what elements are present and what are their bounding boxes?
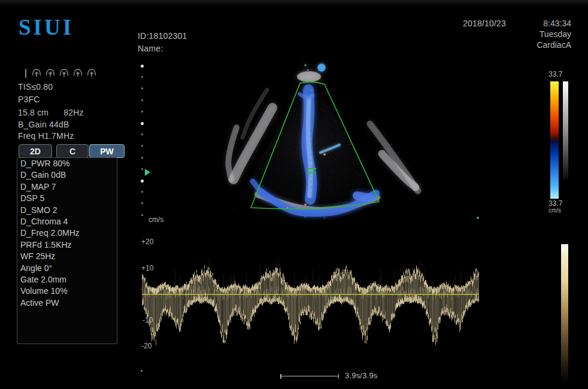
time-scale-bar bbox=[280, 376, 339, 376]
ruler-dot bbox=[141, 122, 144, 125]
ruler-dot bbox=[141, 87, 143, 89]
spectral-doppler-display bbox=[142, 238, 483, 361]
param-item[interactable]: D_MAP 7 bbox=[17, 181, 117, 193]
color-scale-min: 33.7 bbox=[548, 199, 562, 208]
depth-ruler bbox=[140, 62, 145, 218]
divider bbox=[25, 69, 26, 78]
clock-block: 8:43:34 Tuesday CardiacA bbox=[537, 18, 571, 50]
ruler-dot bbox=[141, 180, 144, 183]
tab-2d[interactable]: 2D bbox=[19, 144, 52, 158]
ruler-dot bbox=[141, 65, 144, 68]
probe-icon bbox=[59, 68, 69, 78]
param-item[interactable]: D_Gain 0dB bbox=[17, 169, 117, 181]
color-scale-unit: cm/s bbox=[548, 207, 561, 214]
param-item[interactable]: PRFd 1.5KHz bbox=[17, 239, 117, 251]
b-mode-color-doppler-image bbox=[216, 57, 425, 224]
sweep-marker-dot bbox=[477, 217, 479, 219]
spectral-unit-label: cm/s bbox=[148, 215, 163, 224]
exam-time: 8:43:34 bbox=[537, 18, 571, 29]
param-item[interactable]: D_Chroma 4 bbox=[17, 216, 117, 227]
param-item[interactable]: Volume 10% bbox=[17, 285, 117, 297]
frame-rate: 82Hz bbox=[63, 108, 83, 117]
ruler-dot bbox=[141, 202, 143, 204]
probe-status-row bbox=[25, 67, 97, 79]
tis-value: TIS≤0.80 bbox=[18, 82, 53, 92]
probe-icon bbox=[86, 68, 97, 78]
param-item[interactable]: Angle 0° bbox=[17, 263, 117, 274]
ruler-dot bbox=[141, 76, 143, 78]
probe-icon bbox=[31, 68, 42, 78]
ruler-dot bbox=[141, 191, 143, 193]
param-item[interactable]: D_Freq 2.0MHz bbox=[17, 227, 117, 239]
color-doppler-bar bbox=[550, 81, 559, 199]
patient-id: ID:18102301 bbox=[138, 31, 187, 41]
color-scale-max: 33.7 bbox=[548, 70, 562, 78]
probe-icon bbox=[72, 68, 83, 78]
grayscale-bar bbox=[563, 81, 568, 180]
probe-model: P3FC bbox=[18, 95, 40, 104]
tab-pw[interactable]: PW bbox=[89, 144, 125, 158]
ruler-dot bbox=[141, 111, 143, 113]
param-item[interactable]: D_PWR 80% bbox=[17, 158, 117, 169]
ultrasound-screen: SIUI ID:18102301 Name: 2018/10/23 8:43:3… bbox=[0, 0, 588, 389]
pw-parameter-panel: D_PWR 80% D_Gain 0dB D_MAP 7 DSP 5 D_SMO… bbox=[17, 157, 117, 344]
param-item[interactable]: WF 25Hz bbox=[17, 251, 117, 262]
ruler-dot bbox=[141, 133, 143, 135]
exam-date: 2018/10/23 bbox=[463, 19, 506, 28]
exam-day: Tuesday bbox=[537, 29, 571, 39]
frequency: Freq H1.7MHz bbox=[18, 131, 74, 141]
time-scale-label: 3.9s/3.9s bbox=[345, 371, 378, 380]
param-item[interactable]: Active PW bbox=[17, 297, 117, 309]
param-item[interactable]: Gate 2.0mm bbox=[17, 274, 117, 285]
exam-preset: CardiacA bbox=[537, 39, 571, 50]
tab-c[interactable]: C bbox=[56, 144, 89, 158]
ruler-dot bbox=[141, 168, 143, 170]
ruler-end-dot bbox=[141, 370, 143, 372]
depth-framerate-line: 15.8 cm82Hz bbox=[18, 108, 84, 117]
param-item[interactable]: DSP 5 bbox=[17, 193, 117, 204]
probe-icon bbox=[45, 68, 56, 78]
param-item[interactable]: D_SMO 2 bbox=[17, 205, 117, 216]
ruler-dot bbox=[141, 214, 143, 216]
patient-name-label: Name: bbox=[138, 44, 163, 53]
b-gain: B_Gain 44dB bbox=[18, 120, 69, 129]
focus-marker-icon[interactable] bbox=[145, 169, 150, 176]
ruler-dot bbox=[141, 145, 143, 147]
depth-value: 15.8 cm bbox=[18, 108, 49, 117]
ruler-dot bbox=[141, 157, 143, 159]
ruler-dot bbox=[141, 99, 143, 101]
spectral-gray-map-bar bbox=[561, 244, 568, 383]
siui-logo: SIUI bbox=[19, 14, 74, 40]
